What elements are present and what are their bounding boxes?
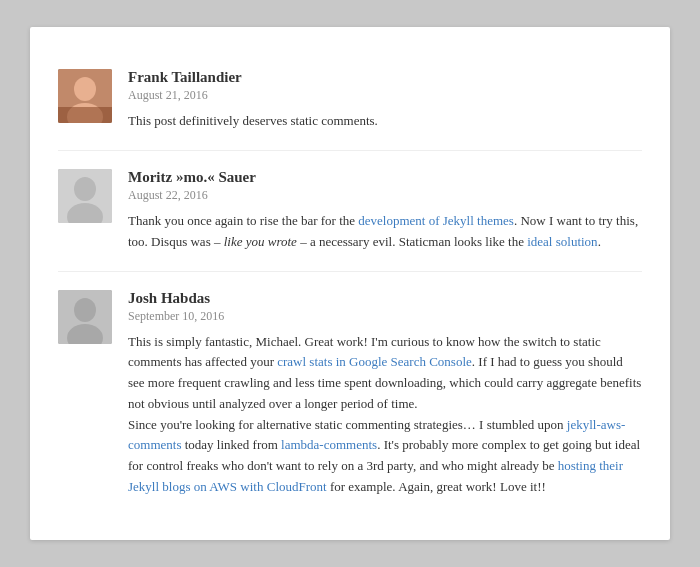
- comment-link[interactable]: ideal solution: [527, 234, 597, 249]
- comment-date: August 21, 2016: [128, 88, 642, 103]
- comment-author: Frank Taillandier: [128, 69, 642, 86]
- italic-text: like you wrote: [224, 234, 297, 249]
- comments-container: Frank TaillandierAugust 21, 2016This pos…: [30, 27, 670, 540]
- comment: Moritz »mo.« SauerAugust 22, 2016Thank y…: [58, 151, 642, 272]
- comment-author: Josh Habdas: [128, 290, 642, 307]
- svg-point-8: [74, 298, 96, 322]
- svg-rect-3: [58, 107, 112, 123]
- comment-body: Josh HabdasSeptember 10, 2016This is sim…: [128, 290, 642, 498]
- avatar: [58, 169, 112, 223]
- comment-body: Frank TaillandierAugust 21, 2016This pos…: [128, 69, 642, 132]
- svg-point-5: [74, 177, 96, 201]
- comment-date: September 10, 2016: [128, 309, 642, 324]
- comment-date: August 22, 2016: [128, 188, 642, 203]
- comment-body: Moritz »mo.« SauerAugust 22, 2016Thank y…: [128, 169, 642, 253]
- comment: Josh HabdasSeptember 10, 2016This is sim…: [58, 272, 642, 516]
- comment-link[interactable]: development of Jekyll themes: [358, 213, 514, 228]
- comment-author: Moritz »mo.« Sauer: [128, 169, 642, 186]
- avatar: [58, 69, 112, 123]
- comment-paragraph: Thank you once again to rise the bar for…: [128, 211, 642, 253]
- svg-point-1: [74, 77, 96, 101]
- comment-link[interactable]: lambda-comments: [281, 437, 377, 452]
- comment-paragraph: Since you're looking for alternative sta…: [128, 415, 642, 498]
- comment-link[interactable]: hosting their Jekyll blogs on AWS with C…: [128, 458, 623, 494]
- comment: Frank TaillandierAugust 21, 2016This pos…: [58, 51, 642, 151]
- comment-paragraph: This is simply fantastic, Michael. Great…: [128, 332, 642, 415]
- comment-paragraph: This post definitively deserves static c…: [128, 111, 642, 132]
- comment-link[interactable]: crawl stats in Google Search Console: [277, 354, 472, 369]
- comment-link[interactable]: jekyll-aws-comments: [128, 417, 625, 453]
- avatar: [58, 290, 112, 344]
